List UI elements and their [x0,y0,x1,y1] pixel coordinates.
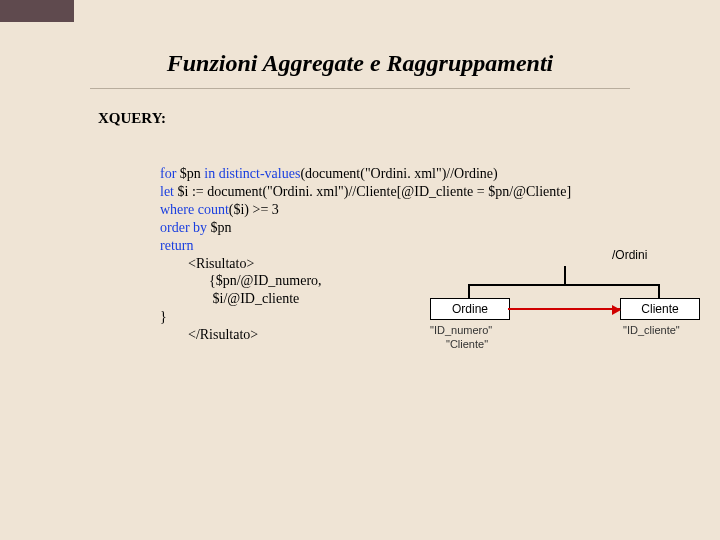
kw-where: where [160,202,198,217]
kw-in: in [204,166,218,181]
kw-order-by: order by [160,220,207,235]
attr-id-cliente: "ID_cliente" [623,324,680,336]
tree-node-cliente: Cliente [620,298,700,320]
code-text: <Risultato> [160,256,254,271]
tree-connector [564,266,566,284]
tree-node-ordine: Ordine [430,298,510,320]
xml-tree-diagram: /Ordini Ordine Cliente "ID_numero" "Clie… [412,248,680,368]
code-text: } [160,309,167,324]
code-text: </Risultato> [160,327,258,342]
slide-title: Funzioni Aggregate e Raggruppamenti [0,50,720,77]
kw-return: return [160,238,193,253]
code-text: $i := document("Ordini. xml")//Cliente[@… [174,184,571,199]
fn-distinct-values: distinct-values [219,166,301,181]
code-text: ($i) >= 3 [229,202,279,217]
code-text: $pn [207,220,232,235]
tree-connector [468,284,470,298]
fn-count: count [198,202,229,217]
code-text: {$pn/@ID_numero, [160,273,322,288]
relation-arrow-icon [508,308,620,310]
tree-connector [658,284,660,298]
corner-decoration [0,0,74,22]
kw-for: for [160,166,176,181]
tree-root-label: /Ordini [612,248,647,262]
attr-cliente: "Cliente" [446,338,488,350]
title-rule [90,88,630,89]
code-text: $pn [176,166,204,181]
tree-connector [468,284,658,286]
kw-let: let [160,184,174,199]
attr-id-numero: "ID_numero" [430,324,492,336]
code-text: $i/@ID_cliente [160,291,299,306]
code-text: (document("Ordini. xml")//Ordine) [300,166,497,181]
section-label: XQUERY: [98,110,166,127]
